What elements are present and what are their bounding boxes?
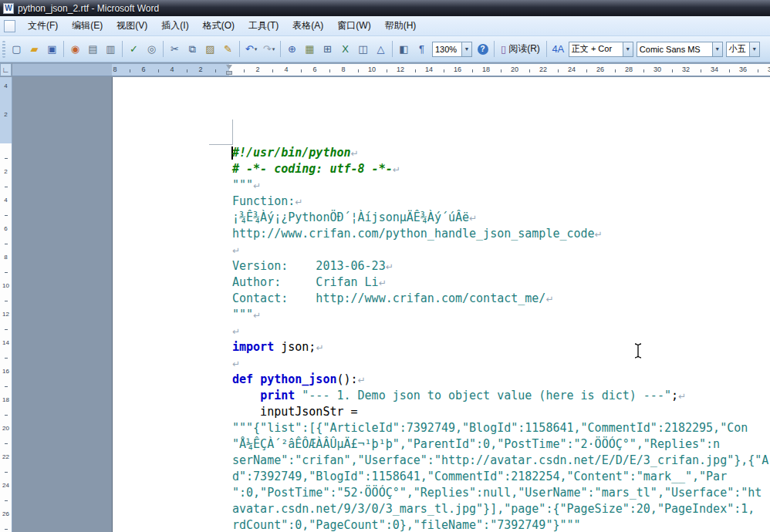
ruler-number: 4 bbox=[284, 66, 288, 73]
code-segment-string: "--- 1. Demo json to object value (here … bbox=[302, 389, 671, 402]
drawing-icon[interactable]: △ bbox=[373, 41, 389, 57]
menu-view[interactable]: 视图(V) bbox=[110, 15, 154, 36]
ruler-number: 10 bbox=[368, 66, 376, 73]
document-map-icon[interactable]: ◧ bbox=[396, 41, 412, 57]
title-bar[interactable]: W python_json_2.rtf - Microsoft Word bbox=[0, 0, 770, 16]
document-text[interactable]: #!/usr/bin/python↵# -*- coding: utf-8 -*… bbox=[232, 145, 770, 532]
font-select-value: Comic Sans MS bbox=[637, 45, 712, 54]
ruler-number: 12 bbox=[0, 311, 12, 318]
horizontal-ruler[interactable]: 86422468101214161820222426283032343638 bbox=[12, 63, 770, 76]
undo-dropdown-arrow-icon[interactable]: ▾ bbox=[255, 46, 258, 52]
vertical-ruler[interactable]: 246810121416182022242624 bbox=[0, 77, 12, 532]
menu-edit[interactable]: 编辑(E) bbox=[65, 15, 110, 36]
undo-icon[interactable]: ↶▾ bbox=[243, 41, 259, 57]
menu-items: 文件(F)编辑(E)视图(V)插入(I)格式(O)工具(T)表格(A)窗口(W)… bbox=[21, 16, 423, 35]
research-icon: ◎ bbox=[147, 44, 156, 54]
show-hide-marks-icon[interactable]: ¶ bbox=[414, 41, 430, 57]
columns-icon[interactable]: ◫ bbox=[355, 41, 371, 57]
style-select[interactable]: 正文 + Cor▼ bbox=[569, 42, 633, 57]
tab-selector-box[interactable]: ∟ bbox=[0, 63, 12, 76]
paragraph-mark-icon: ↵ bbox=[232, 359, 240, 369]
open-folder-icon[interactable]: ▰ bbox=[26, 41, 42, 57]
ruler-number: 12 bbox=[397, 66, 404, 73]
styles-and-formatting-icon[interactable]: 4A bbox=[550, 41, 566, 57]
toolbar-separator bbox=[239, 41, 240, 57]
format-painter-icon[interactable]: ✎ bbox=[220, 41, 236, 57]
ruler-number: 4 bbox=[0, 83, 12, 89]
ruler-tick bbox=[501, 69, 502, 72]
toolbar-separator bbox=[494, 41, 495, 57]
code-line: avatar.csdn.net/9/3/0/3_mars_tl.jpg"}],"… bbox=[232, 501, 770, 517]
permission-icon[interactable]: ◉ bbox=[67, 41, 83, 57]
undo-icon: ↶ bbox=[245, 44, 254, 54]
ruler-tick bbox=[472, 69, 473, 72]
menu-bar: 文件(F)编辑(E)视图(V)插入(I)格式(O)工具(T)表格(A)窗口(W)… bbox=[0, 16, 770, 36]
style-select-dropdown-arrow-icon[interactable]: ▼ bbox=[623, 42, 633, 56]
help-icon[interactable]: ? bbox=[474, 41, 491, 57]
ruler-tick bbox=[529, 69, 530, 72]
ruler-number: 14 bbox=[425, 66, 433, 73]
ruler-number: 2 bbox=[0, 112, 12, 118]
code-line: """↵ bbox=[232, 177, 770, 194]
code-line: def python_json():↵ bbox=[232, 372, 770, 388]
ruler-tick bbox=[5, 187, 8, 187]
ruler-number: 24 bbox=[0, 483, 12, 489]
ruler-number: 14 bbox=[0, 340, 12, 346]
ruler-tick bbox=[672, 69, 673, 72]
code-line: Version: 2013-06-23↵ bbox=[232, 258, 770, 274]
zoom-select-value: 130% bbox=[433, 45, 461, 54]
copy-icon[interactable]: ⧉ bbox=[184, 41, 201, 57]
font-size-select-dropdown-arrow-icon[interactable]: ▼ bbox=[749, 42, 759, 56]
menu-help[interactable]: 帮助(H) bbox=[378, 15, 424, 36]
insert-hyperlink-icon[interactable]: ⊕ bbox=[284, 41, 300, 57]
menu-tools[interactable]: 工具(T) bbox=[241, 15, 285, 36]
ruler-tick bbox=[358, 69, 359, 72]
toolbar-separator bbox=[63, 41, 64, 57]
menu-format[interactable]: 格式(O) bbox=[196, 15, 241, 36]
code-line: ↵ bbox=[232, 242, 770, 258]
ruler-tick bbox=[5, 500, 8, 501]
code-line: inputJsonStr = bbox=[232, 404, 770, 420]
tables-and-borders-icon[interactable]: ▦ bbox=[302, 41, 318, 57]
code-line: "Å¼ÊÇÀ´²âÊÔÆÀÂÛµÄ£¬¹þ¹þ","ParentId":0,"P… bbox=[232, 436, 770, 453]
print-icon[interactable]: ▤ bbox=[85, 41, 101, 57]
font-select-dropdown-arrow-icon[interactable]: ▼ bbox=[712, 42, 722, 56]
code-segment-string: "Å¼ÊÇÀ´²âÊÔÆÀÂÛµÄ£¬¹þ¹þ","ParentId":0,"P… bbox=[232, 437, 720, 451]
paragraph-mark-icon: ↵ bbox=[316, 342, 323, 353]
menu-window[interactable]: 窗口(W) bbox=[330, 15, 377, 36]
code-segment-string: Contact: http://www.crifan.com/contact_m… bbox=[232, 291, 545, 305]
columns-icon: ◫ bbox=[358, 44, 367, 54]
ruler-tick bbox=[643, 69, 644, 72]
document-page[interactable]: #!/usr/bin/python↵# -*- coding: utf-8 -*… bbox=[112, 77, 770, 532]
zoom-select-dropdown-arrow-icon[interactable]: ▼ bbox=[461, 42, 471, 56]
mouse-ibeam-cursor bbox=[633, 342, 643, 359]
paste-icon[interactable]: ▨ bbox=[202, 41, 218, 57]
zoom-select[interactable]: 130%▼ bbox=[432, 42, 472, 57]
font-select[interactable]: Comic Sans MS▼ bbox=[637, 42, 723, 57]
spelling-check-icon[interactable]: ✓ bbox=[126, 41, 142, 57]
print-preview-icon: ▥ bbox=[106, 44, 115, 54]
toolbar-grip[interactable] bbox=[2, 41, 5, 58]
insert-table-icon[interactable]: ⊞ bbox=[319, 41, 336, 57]
read-mode-button[interactable]: ▯阅读(R) bbox=[498, 41, 543, 57]
save-icon[interactable]: ▣ bbox=[44, 41, 60, 57]
font-size-select[interactable]: 小五▼ bbox=[726, 42, 760, 57]
help-icon: ? bbox=[478, 44, 488, 55]
insert-excel-icon[interactable]: X bbox=[337, 41, 353, 57]
ruler-tick bbox=[187, 69, 187, 72]
research-icon[interactable]: ◎ bbox=[144, 41, 160, 57]
menu-file[interactable]: 文件(F) bbox=[21, 15, 65, 36]
code-segment-string: serName":"crifan","Userface":"http://ava… bbox=[232, 453, 770, 467]
paragraph-mark-icon: ↵ bbox=[358, 375, 366, 386]
print-preview-icon[interactable]: ▥ bbox=[103, 41, 119, 57]
new-document-icon[interactable]: ▢ bbox=[8, 41, 25, 57]
code-segment-code bbox=[295, 389, 302, 402]
first-line-indent-marker[interactable] bbox=[226, 65, 232, 69]
redo-icon[interactable]: ↷▾ bbox=[261, 41, 277, 57]
menu-insert[interactable]: 插入(I) bbox=[154, 15, 195, 36]
redo-dropdown-arrow-icon[interactable]: ▾ bbox=[272, 46, 275, 52]
show-hide-marks-icon: ¶ bbox=[419, 44, 424, 54]
menu-table[interactable]: 表格(A) bbox=[285, 15, 330, 36]
left-indent-marker[interactable] bbox=[226, 71, 232, 75]
cut-icon[interactable]: ✂ bbox=[167, 41, 183, 57]
